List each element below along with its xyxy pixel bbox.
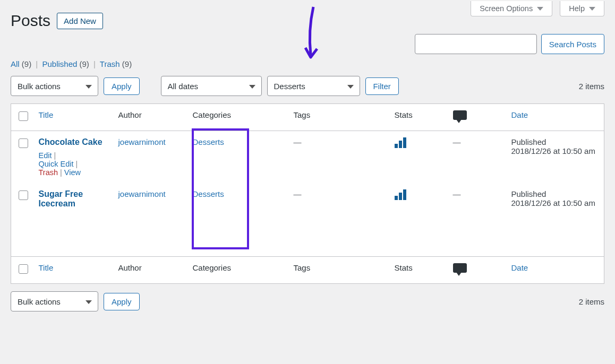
category-link[interactable]: Desserts (193, 137, 224, 146)
items-count: 2 items (579, 82, 604, 91)
view-filters: All (9) | Published (9) | Trash (9) (11, 59, 604, 68)
view-published-count: (9) (80, 59, 89, 68)
filter-button[interactable]: Filter (365, 77, 399, 95)
date-value: 2018/12/26 at 10:50 am (511, 146, 595, 155)
view-published-link[interactable]: Published (42, 59, 77, 68)
col-categories: Categories (187, 257, 288, 284)
comments-icon (453, 110, 467, 120)
screen-options-label: Screen Options (480, 4, 533, 13)
trash-link[interactable]: Trash (39, 168, 58, 177)
author-link[interactable]: joewarnimont (118, 137, 166, 146)
view-trash-link[interactable]: Trash (100, 59, 120, 68)
author-link[interactable]: joewarnimont (118, 189, 166, 198)
row-checkbox[interactable] (19, 138, 28, 148)
select-all-checkbox[interactable] (19, 111, 28, 121)
table-row: Chocolate Cake Edit | Quick Edit | Trash… (11, 131, 604, 184)
view-all-link[interactable]: All (11, 59, 20, 68)
apply-bulk-button-bottom[interactable]: Apply (104, 293, 140, 310)
select-all-checkbox-bottom[interactable] (19, 264, 28, 274)
screen-options-button[interactable]: Screen Options (471, 1, 552, 16)
quick-edit-link[interactable]: Quick Edit (39, 160, 74, 168)
caret-down-icon (537, 7, 543, 11)
col-stats: Stats (389, 104, 448, 131)
tags-cell: — (294, 189, 302, 198)
col-title[interactable]: Title (39, 263, 54, 272)
date-filter-select[interactable]: All dates (161, 76, 262, 96)
post-title-link[interactable]: Chocolate Cake (39, 137, 102, 146)
date-status: Published (511, 137, 546, 146)
col-categories: Categories (187, 104, 288, 131)
apply-bulk-button[interactable]: Apply (104, 77, 140, 95)
help-button[interactable]: Help (560, 1, 604, 16)
col-tags: Tags (288, 104, 389, 131)
col-tags: Tags (288, 257, 389, 284)
stats-icon[interactable] (395, 189, 406, 200)
caret-down-icon (589, 7, 595, 11)
comments-cell: — (453, 137, 461, 146)
col-date[interactable]: Date (511, 263, 528, 272)
col-date[interactable]: Date (511, 110, 528, 119)
col-title[interactable]: Title (39, 110, 54, 119)
bulk-actions-select[interactable]: Bulk actions (11, 76, 98, 96)
edit-link[interactable]: Edit (39, 151, 52, 160)
date-value: 2018/12/26 at 10:50 am (511, 198, 595, 207)
category-link[interactable]: Desserts (193, 189, 224, 198)
search-posts-button[interactable]: Search Posts (541, 34, 604, 54)
bulk-actions-select-bottom[interactable]: Bulk actions (11, 291, 98, 311)
post-title-link[interactable]: Sugar Free Icecream (39, 189, 83, 208)
view-trash-count: (9) (122, 59, 132, 68)
table-row: Sugar Free Icecream joewarnimont Dessert… (11, 183, 604, 257)
search-input[interactable] (415, 34, 537, 54)
col-author: Author (113, 257, 187, 284)
col-stats: Stats (389, 257, 448, 284)
tags-cell: — (294, 137, 302, 146)
view-all-count: (9) (22, 59, 31, 68)
col-author: Author (113, 104, 187, 131)
stats-icon[interactable] (395, 137, 406, 148)
help-label: Help (569, 4, 585, 13)
add-new-button[interactable]: Add New (57, 13, 103, 29)
posts-table: Title Author Categories Tags Stats Date … (11, 103, 604, 284)
category-filter-select[interactable]: Desserts (267, 76, 360, 96)
date-status: Published (511, 189, 546, 198)
view-link[interactable]: View (64, 168, 81, 177)
row-actions: Edit | Quick Edit | Trash | View (39, 151, 108, 177)
page-title: Posts (11, 12, 50, 30)
comments-cell: — (453, 189, 461, 198)
row-checkbox[interactable] (19, 190, 28, 200)
items-count-bottom: 2 items (579, 297, 604, 306)
comments-icon (453, 263, 467, 273)
